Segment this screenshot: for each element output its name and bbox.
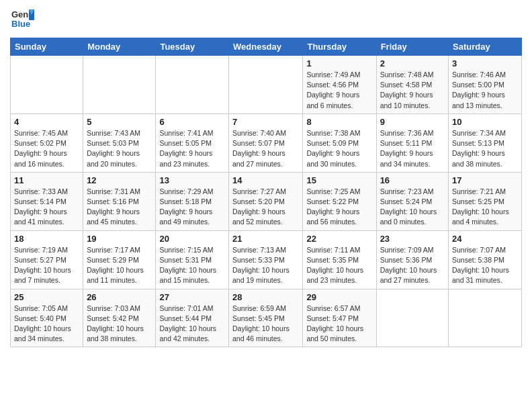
- day-number: 9: [380, 117, 445, 127]
- day-cell: 5Sunrise: 7:43 AM Sunset: 5:03 PM Daylig…: [83, 113, 156, 172]
- day-number: 4: [14, 117, 79, 127]
- day-info: Sunrise: 7:36 AM Sunset: 5:11 PM Dayligh…: [380, 128, 445, 169]
- day-info: Sunrise: 7:34 AM Sunset: 5:13 PM Dayligh…: [452, 128, 518, 169]
- day-number: 24: [452, 234, 518, 244]
- day-info: Sunrise: 7:15 AM Sunset: 5:31 PM Dayligh…: [159, 245, 225, 286]
- day-info: Sunrise: 7:19 AM Sunset: 5:27 PM Dayligh…: [14, 245, 79, 286]
- week-row-2: 4Sunrise: 7:45 AM Sunset: 5:02 PM Daylig…: [11, 113, 522, 172]
- day-number: 15: [306, 175, 372, 185]
- day-number: 26: [87, 292, 152, 302]
- day-info: Sunrise: 7:03 AM Sunset: 5:42 PM Dayligh…: [87, 304, 152, 345]
- day-cell: 25Sunrise: 7:05 AM Sunset: 5:40 PM Dayli…: [11, 289, 83, 347]
- week-row-3: 11Sunrise: 7:33 AM Sunset: 5:14 PM Dayli…: [11, 172, 522, 230]
- day-cell: 20Sunrise: 7:15 AM Sunset: 5:31 PM Dayli…: [156, 230, 229, 289]
- day-info: Sunrise: 6:57 AM Sunset: 5:47 PM Dayligh…: [306, 304, 372, 345]
- week-row-1: 1Sunrise: 7:49 AM Sunset: 4:56 PM Daylig…: [11, 56, 522, 114]
- day-cell: [229, 56, 303, 114]
- day-info: Sunrise: 7:09 AM Sunset: 5:36 PM Dayligh…: [380, 245, 445, 286]
- day-cell: 1Sunrise: 7:49 AM Sunset: 4:56 PM Daylig…: [303, 56, 376, 114]
- day-info: Sunrise: 7:27 AM Sunset: 5:20 PM Dayligh…: [232, 187, 299, 228]
- day-info: Sunrise: 7:48 AM Sunset: 4:58 PM Dayligh…: [380, 70, 445, 111]
- day-info: Sunrise: 7:23 AM Sunset: 5:24 PM Dayligh…: [380, 187, 445, 228]
- day-cell: 23Sunrise: 7:09 AM Sunset: 5:36 PM Dayli…: [376, 230, 448, 289]
- day-number: 6: [159, 117, 225, 127]
- day-info: Sunrise: 7:29 AM Sunset: 5:18 PM Dayligh…: [159, 187, 225, 228]
- day-number: 18: [14, 234, 79, 244]
- day-info: Sunrise: 7:01 AM Sunset: 5:44 PM Dayligh…: [159, 304, 225, 345]
- day-cell: 9Sunrise: 7:36 AM Sunset: 5:11 PM Daylig…: [376, 113, 448, 172]
- day-number: 16: [380, 175, 445, 185]
- day-info: Sunrise: 6:59 AM Sunset: 5:45 PM Dayligh…: [232, 304, 299, 345]
- day-info: Sunrise: 7:40 AM Sunset: 5:07 PM Dayligh…: [232, 128, 299, 169]
- day-cell: [449, 289, 522, 347]
- day-info: Sunrise: 7:45 AM Sunset: 5:02 PM Dayligh…: [14, 128, 79, 169]
- week-row-5: 25Sunrise: 7:05 AM Sunset: 5:40 PM Dayli…: [11, 289, 522, 347]
- day-number: 2: [380, 58, 445, 68]
- day-cell: 22Sunrise: 7:11 AM Sunset: 5:35 PM Dayli…: [303, 230, 376, 289]
- day-info: Sunrise: 7:49 AM Sunset: 4:56 PM Dayligh…: [306, 70, 372, 111]
- day-info: Sunrise: 7:33 AM Sunset: 5:14 PM Dayligh…: [14, 187, 79, 228]
- day-cell: [83, 56, 156, 114]
- day-cell: 7Sunrise: 7:40 AM Sunset: 5:07 PM Daylig…: [229, 113, 303, 172]
- day-number: 28: [232, 292, 299, 302]
- day-number: 13: [159, 175, 225, 185]
- day-number: 12: [87, 175, 152, 185]
- day-number: 3: [452, 58, 518, 68]
- day-info: Sunrise: 7:07 AM Sunset: 5:38 PM Dayligh…: [452, 245, 518, 286]
- day-cell: 27Sunrise: 7:01 AM Sunset: 5:44 PM Dayli…: [156, 289, 229, 347]
- day-cell: 3Sunrise: 7:46 AM Sunset: 5:00 PM Daylig…: [449, 56, 522, 114]
- day-info: Sunrise: 7:05 AM Sunset: 5:40 PM Dayligh…: [14, 304, 79, 345]
- day-number: 27: [159, 292, 225, 302]
- calendar-header-row: SundayMondayTuesdayWednesdayThursdayFrid…: [11, 38, 522, 56]
- day-cell: 26Sunrise: 7:03 AM Sunset: 5:42 PM Dayli…: [83, 289, 156, 347]
- svg-text:Blue: Blue: [11, 19, 30, 29]
- day-cell: 4Sunrise: 7:45 AM Sunset: 5:02 PM Daylig…: [11, 113, 83, 172]
- header-day-saturday: Saturday: [449, 38, 522, 56]
- day-number: 8: [306, 117, 372, 127]
- day-number: 21: [232, 234, 299, 244]
- day-number: 10: [452, 117, 518, 127]
- header-day-sunday: Sunday: [11, 38, 83, 56]
- day-info: Sunrise: 7:31 AM Sunset: 5:16 PM Dayligh…: [87, 187, 152, 228]
- day-info: Sunrise: 7:21 AM Sunset: 5:25 PM Dayligh…: [452, 187, 518, 228]
- day-cell: 18Sunrise: 7:19 AM Sunset: 5:27 PM Dayli…: [11, 230, 83, 289]
- day-number: 23: [380, 234, 445, 244]
- day-cell: 16Sunrise: 7:23 AM Sunset: 5:24 PM Dayli…: [376, 172, 448, 230]
- day-number: 17: [452, 175, 518, 185]
- header-day-friday: Friday: [376, 38, 448, 56]
- day-cell: 6Sunrise: 7:41 AM Sunset: 5:05 PM Daylig…: [156, 113, 229, 172]
- day-info: Sunrise: 7:46 AM Sunset: 5:00 PM Dayligh…: [452, 70, 518, 111]
- day-number: 11: [14, 175, 79, 185]
- day-number: 25: [14, 292, 79, 302]
- logo: General Blue: [10, 7, 34, 34]
- day-info: Sunrise: 7:11 AM Sunset: 5:35 PM Dayligh…: [306, 245, 372, 286]
- day-info: Sunrise: 7:43 AM Sunset: 5:03 PM Dayligh…: [87, 128, 152, 169]
- day-cell: 29Sunrise: 6:57 AM Sunset: 5:47 PM Dayli…: [303, 289, 376, 347]
- day-cell: 8Sunrise: 7:38 AM Sunset: 5:09 PM Daylig…: [303, 113, 376, 172]
- day-cell: 21Sunrise: 7:13 AM Sunset: 5:33 PM Dayli…: [229, 230, 303, 289]
- week-row-4: 18Sunrise: 7:19 AM Sunset: 5:27 PM Dayli…: [11, 230, 522, 289]
- day-cell: 24Sunrise: 7:07 AM Sunset: 5:38 PM Dayli…: [449, 230, 522, 289]
- header-day-thursday: Thursday: [303, 38, 376, 56]
- logo-graphic: General Blue: [10, 7, 34, 34]
- day-number: 22: [306, 234, 372, 244]
- header-day-monday: Monday: [83, 38, 156, 56]
- day-cell: 11Sunrise: 7:33 AM Sunset: 5:14 PM Dayli…: [11, 172, 83, 230]
- day-info: Sunrise: 7:13 AM Sunset: 5:33 PM Dayligh…: [232, 245, 299, 286]
- day-number: 20: [159, 234, 225, 244]
- header-day-tuesday: Tuesday: [156, 38, 229, 56]
- day-cell: 14Sunrise: 7:27 AM Sunset: 5:20 PM Dayli…: [229, 172, 303, 230]
- day-cell: [11, 56, 83, 114]
- day-info: Sunrise: 7:38 AM Sunset: 5:09 PM Dayligh…: [306, 128, 372, 169]
- header: General Blue: [10, 7, 522, 34]
- day-number: 29: [306, 292, 372, 302]
- day-cell: 28Sunrise: 6:59 AM Sunset: 5:45 PM Dayli…: [229, 289, 303, 347]
- calendar-table: SundayMondayTuesdayWednesdayThursdayFrid…: [10, 38, 522, 347]
- day-cell: 2Sunrise: 7:48 AM Sunset: 4:58 PM Daylig…: [376, 56, 448, 114]
- day-cell: 10Sunrise: 7:34 AM Sunset: 5:13 PM Dayli…: [449, 113, 522, 172]
- day-info: Sunrise: 7:41 AM Sunset: 5:05 PM Dayligh…: [159, 128, 225, 169]
- day-cell: 13Sunrise: 7:29 AM Sunset: 5:18 PM Dayli…: [156, 172, 229, 230]
- day-cell: [156, 56, 229, 114]
- header-day-wednesday: Wednesday: [229, 38, 303, 56]
- day-number: 19: [87, 234, 152, 244]
